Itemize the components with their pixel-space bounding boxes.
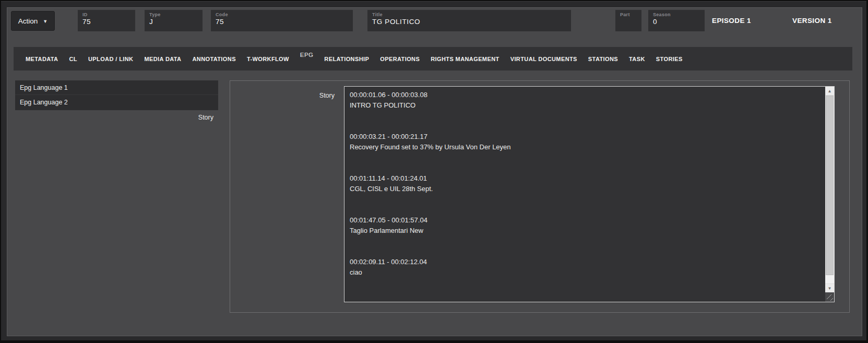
story-entry-text: Taglio Parlamentari New [350,226,820,236]
story-entry-time: 00:01:11.14 - 00:01:24.01 [350,173,820,184]
tab-rights-management[interactable]: RIGHTS MANAGEMENT [431,56,499,62]
scroll-down-icon: ▼ [828,286,832,291]
tab-t-workflow[interactable]: T-WORKFLOW [247,56,289,62]
tab-annotations[interactable]: ANNOTATIONS [192,56,235,62]
tab-cl[interactable]: CL [69,56,77,62]
title-field-value: TG POLITICO [367,17,571,26]
part-field[interactable]: Part [615,10,641,31]
story-entry: 00:02:09.11 - 00:02:12.04 ciao [350,257,820,278]
resize-grip-icon[interactable] [825,292,834,302]
part-field-value [615,17,641,18]
tab-task[interactable]: TASK [629,56,645,62]
epg-language-item-2[interactable]: Epg Language 2 [15,95,218,110]
story-entry-time: 00:01:47.05 - 00:01:57.04 [350,215,820,226]
epg-language-list: Epg Language 1 Epg Language 2 [15,80,218,110]
id-field[interactable]: ID 75 [78,10,135,31]
code-field-value: 75 [211,17,353,26]
window-frame: Action ▼ ID 75 Type J Code 75 Title TG P… [1,1,866,340]
season-field-label: Season [648,10,705,17]
code-field[interactable]: Code 75 [211,10,353,31]
action-button-label: Action [18,17,38,25]
story-entry: 00:01:11.14 - 00:01:24.01 CGL, CISL e UI… [350,173,820,194]
title-field-label: Title [367,10,571,17]
season-field[interactable]: Season 0 [648,10,705,31]
action-dropdown-button[interactable]: Action ▼ [11,11,55,31]
story-scrollbar[interactable]: ▲ ▼ [825,87,834,302]
content-area: Action ▼ ID 75 Type J Code 75 Title TG P… [7,7,862,336]
left-story-label: Story [15,114,213,121]
tab-upload-link[interactable]: UPLOAD / LINK [88,56,133,62]
tab-operations[interactable]: OPERATIONS [380,56,420,62]
tab-media-data[interactable]: MEDIA DATA [144,56,181,62]
id-field-label: ID [78,10,135,17]
story-textarea[interactable]: 00:00:01.06 - 00:00:03.08 INTRO TG POLIT… [344,86,835,302]
id-field-value: 75 [78,17,135,26]
story-entry: 00:01:47.05 - 00:01:57.04 Taglio Parlame… [350,215,820,236]
story-field-label: Story [268,92,335,99]
type-field[interactable]: Type J [145,10,203,31]
tab-metadata[interactable]: METADATA [26,56,58,62]
story-entry-text: INTRO TG POLITICO [350,100,820,111]
epg-language-item-1[interactable]: Epg Language 1 [15,80,218,95]
code-field-label: Code [211,10,353,17]
type-field-value: J [145,17,203,26]
scrollbar-thumb[interactable] [826,96,834,275]
episode-indicator: EPISODE 1 [712,10,751,31]
season-field-value: 0 [648,17,705,26]
tab-virtual-documents[interactable]: VIRTUAL DOCUMENTS [510,56,577,62]
part-field-label: Part [615,10,641,17]
tab-stations[interactable]: STATIONS [588,56,618,62]
story-text-content[interactable]: 00:00:01.06 - 00:00:03.08 INTRO TG POLIT… [344,87,825,302]
tab-stories[interactable]: STORIES [656,56,683,62]
application-window: Action ▼ ID 75 Type J Code 75 Title TG P… [0,0,868,343]
scroll-up-button[interactable]: ▲ [825,87,834,96]
tab-bar: METADATA CL UPLOAD / LINK MEDIA DATA ANN… [14,47,852,70]
title-field[interactable]: Title TG POLITICO [367,10,571,31]
scroll-down-button[interactable]: ▼ [825,283,834,292]
version-indicator: VERSION 1 [792,10,832,31]
story-entry-time: 00:02:09.11 - 00:02:12.04 [350,257,820,267]
story-entry-text: ciao [350,267,820,278]
story-entry-text: Recovery Found set to 37% by Ursula Von … [350,142,820,152]
tab-relationship[interactable]: RELATIONSHIP [324,56,369,62]
story-entry-text: CGL, CISL e UIL 28th Sept. [350,184,820,194]
type-field-label: Type [145,10,203,17]
story-entry: 00:00:03.21 - 00:00:21.17 Recovery Found… [350,132,820,152]
story-entry: 00:00:01.06 - 00:00:03.08 INTRO TG POLIT… [350,90,820,111]
story-entry-time: 00:00:01.06 - 00:00:03.08 [350,90,820,100]
story-entry-time: 00:00:03.21 - 00:00:21.17 [350,132,820,142]
scroll-up-icon: ▲ [828,89,832,93]
tab-epg[interactable]: EPG [300,52,314,58]
caret-down-icon: ▼ [43,18,47,24]
